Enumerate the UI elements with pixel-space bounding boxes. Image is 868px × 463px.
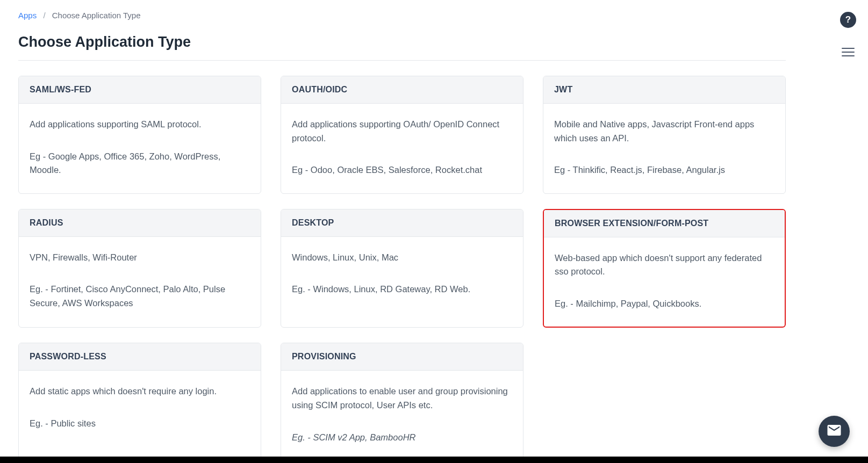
card-body: Add applications to enable user and grou… [281,371,523,460]
card-title: SAML/WS-FED [30,85,250,95]
card-browser-extension[interactable]: BROWSER EXTENSION/FORM-POST Web-based ap… [543,209,786,328]
card-title: PROVISIONING [292,352,512,361]
card-header: SAML/WS-FED [19,76,261,104]
card-oauth[interactable]: OAUTH/OIDC Add applications supporting O… [281,76,523,194]
card-eg: Eg. - Public sites [30,417,250,431]
card-body: Web-based app which doesn't support any … [544,237,785,327]
help-icon[interactable]: ? [840,12,856,28]
card-desc: Windows, Linux, Unix, Mac [292,251,512,265]
card-header: PROVISIONING [281,343,523,371]
card-saml[interactable]: SAML/WS-FED Add applications supporting … [18,76,261,194]
card-body: Add static apps which doesn't require an… [19,371,261,446]
card-eg: Eg - Thinkific, React.js, Firebase, Angu… [554,163,774,177]
card-title: JWT [554,85,774,95]
app-type-grid: SAML/WS-FED Add applications supporting … [18,76,786,461]
breadcrumb: Apps / Choose Application Type [18,11,786,20]
breadcrumb-current: Choose Application Type [52,11,141,20]
bottom-strip [0,457,868,463]
card-desc: Add applications supporting OAuth/ OpenI… [292,118,512,145]
card-header: RADIUS [19,209,261,237]
card-eg: Eg. - SCIM v2 App, BambooHR [292,431,512,445]
card-header: JWT [543,76,785,104]
card-title: RADIUS [30,218,250,228]
card-title: PASSWORD-LESS [30,352,250,361]
title-divider [18,60,786,61]
card-desc: Add static apps which doesn't require an… [30,385,250,399]
card-eg: Eg - Google Apps, Office 365, Zoho, Word… [30,150,250,177]
card-desc: VPN, Firewalls, Wifi-Router [30,251,250,265]
right-rail: ? [840,12,856,59]
card-header: PASSWORD-LESS [19,343,261,371]
card-eg: Eg - Odoo, Oracle EBS, Salesforce, Rocke… [292,163,512,177]
breadcrumb-apps-link[interactable]: Apps [18,11,37,20]
card-header: BROWSER EXTENSION/FORM-POST [544,210,785,237]
card-radius[interactable]: RADIUS VPN, Firewalls, Wifi-Router Eg. -… [18,209,261,328]
card-eg: Eg. - Windows, Linux, RD Gateway, RD Web… [292,283,512,296]
card-body: VPN, Firewalls, Wifi-Router Eg. - Fortin… [19,237,261,327]
card-title: OAUTH/OIDC [292,85,512,95]
card-header: OAUTH/OIDC [281,76,523,104]
card-desc: Add applications supporting SAML protoco… [30,118,250,132]
card-title: DESKTOP [292,218,512,228]
card-provisioning[interactable]: PROVISIONING Add applications to enable … [281,343,523,461]
card-eg: Eg. - Mailchimp, Paypal, Quickbooks. [555,297,774,311]
chat-fab[interactable] [819,416,850,447]
card-desc: Mobile and Native apps, Javascript Front… [554,118,774,145]
breadcrumb-separator: / [43,11,45,20]
card-eg: Eg. - Fortinet, Cisco AnyConnect, Palo A… [30,283,250,310]
card-jwt[interactable]: JWT Mobile and Native apps, Javascript F… [543,76,786,194]
card-desc: Add applications to enable user and grou… [292,385,512,412]
page-title: Choose Application Type [18,34,786,50]
card-header: DESKTOP [281,209,523,237]
empty-cell [543,343,786,461]
card-desktop[interactable]: DESKTOP Windows, Linux, Unix, Mac Eg. - … [281,209,523,328]
menu-icon[interactable] [842,45,855,59]
card-body: Add applications supporting SAML protoco… [19,104,261,193]
card-body: Mobile and Native apps, Javascript Front… [543,104,785,193]
mail-icon [826,422,842,440]
card-desc: Web-based app which doesn't support any … [555,251,774,279]
card-body: Add applications supporting OAuth/ OpenI… [281,104,523,193]
card-title: BROWSER EXTENSION/FORM-POST [555,219,774,228]
card-body: Windows, Linux, Unix, Mac Eg. - Windows,… [281,237,523,313]
card-password-less[interactable]: PASSWORD-LESS Add static apps which does… [18,343,261,461]
